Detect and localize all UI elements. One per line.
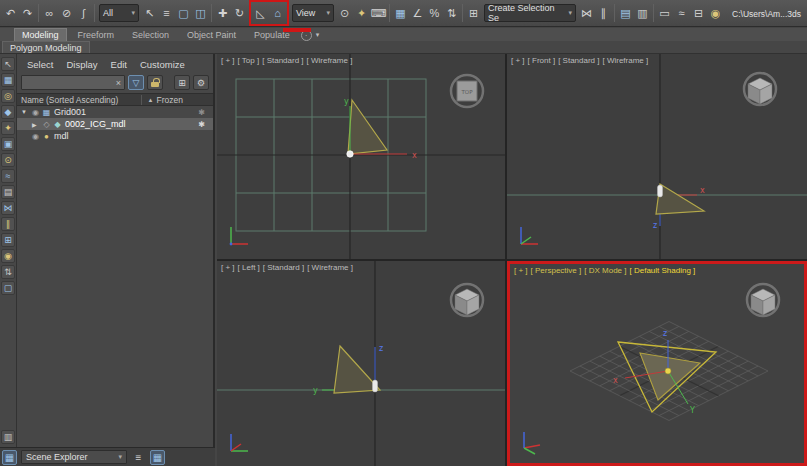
viewport-name[interactable]: [ Perspective ] bbox=[531, 266, 582, 275]
ribbon-toggle-button[interactable]: ▭ bbox=[656, 3, 673, 24]
se-display-shapes-icon[interactable]: ◎ bbox=[1, 89, 15, 103]
expand-arrow-icon[interactable]: ▼ bbox=[21, 109, 30, 115]
viewport-menu[interactable]: [ + ] bbox=[511, 56, 525, 65]
list-item-grid001[interactable]: ▼ ◉ ▦ Grid001 ✱ bbox=[17, 106, 213, 118]
se-display-grids-icon[interactable]: ▦ bbox=[1, 73, 15, 87]
align-button[interactable]: ∥ bbox=[595, 3, 612, 24]
menu-select[interactable]: Select bbox=[27, 59, 53, 70]
selection-filter-dropdown[interactable]: All ▾ bbox=[99, 4, 139, 22]
tab-selection[interactable]: Selection bbox=[125, 28, 176, 41]
reference-coordinate-dropdown[interactable]: View ▾ bbox=[292, 4, 334, 22]
menu-customize[interactable]: Customize bbox=[140, 59, 185, 70]
viewport-menu[interactable]: [ + ] bbox=[514, 266, 528, 275]
top-viewport-canvas[interactable]: x y TOP bbox=[217, 54, 505, 259]
viewport-shading[interactable]: [ Wireframe ] bbox=[602, 56, 648, 65]
viewport-perspective[interactable]: x Y z [ + ] [ Per bbox=[507, 261, 807, 466]
explorer-view-toggle-icon[interactable]: ▦ bbox=[150, 450, 165, 465]
select-and-manipulate-button[interactable]: ✦ bbox=[353, 3, 370, 24]
scene-explorer-toggle-button[interactable]: ▤ bbox=[617, 3, 634, 24]
front-viewport-canvas[interactable]: x z bbox=[507, 54, 807, 259]
se-selection-region-icon[interactable]: ▢ bbox=[1, 281, 15, 295]
spinner-snap-button[interactable]: ⇅ bbox=[443, 3, 460, 24]
menu-edit[interactable]: Edit bbox=[111, 59, 127, 70]
se-display-spacewarps-icon[interactable]: ≈ bbox=[1, 169, 15, 183]
bind-to-space-warp-button[interactable]: ∫ bbox=[75, 3, 92, 24]
viewport-name[interactable]: [ Front ] bbox=[528, 56, 556, 65]
column-frozen-header[interactable]: ▲ Frozen bbox=[141, 95, 183, 105]
viewport-name[interactable]: [ Top ] bbox=[238, 56, 260, 65]
se-display-xrefs-icon[interactable]: ⋈ bbox=[1, 201, 15, 215]
viewcube[interactable]: TOP bbox=[451, 75, 483, 107]
search-input[interactable] bbox=[22, 78, 113, 88]
unlink-selection-button[interactable]: ⊘ bbox=[58, 3, 75, 24]
se-display-groups-icon[interactable]: ▤ bbox=[1, 185, 15, 199]
viewport-type[interactable]: [ Standard ] bbox=[263, 263, 304, 272]
tab-object-paint[interactable]: Object Paint bbox=[180, 28, 243, 41]
collapse-arrow-icon[interactable]: ▶ bbox=[32, 121, 41, 128]
frozen-indicator-icon[interactable]: ✱ bbox=[198, 120, 205, 129]
list-item-0002-icg-mdl[interactable]: ▶ ◇ ◆ 0002_ICG_mdl ✱ bbox=[17, 118, 213, 130]
tab-freeform[interactable]: Freeform bbox=[71, 28, 122, 41]
select-object-button[interactable]: ↖ bbox=[141, 3, 158, 24]
select-by-name-button[interactable]: ≡ bbox=[158, 3, 175, 24]
select-and-link-button[interactable]: ∞ bbox=[41, 3, 58, 24]
window-crossing-button[interactable]: ◫ bbox=[192, 3, 209, 24]
viewcube[interactable] bbox=[451, 284, 483, 316]
schematic-view-button[interactable]: ⊟ bbox=[690, 3, 707, 24]
keyboard-override-button[interactable]: ⌨ bbox=[370, 3, 387, 24]
mirror-button[interactable]: ⋈ bbox=[578, 3, 595, 24]
explorer-settings-button[interactable]: ⚙ bbox=[193, 75, 209, 90]
use-pivot-center-button[interactable]: ⊙ bbox=[336, 3, 353, 24]
select-and-scale-button[interactable]: ◺ bbox=[252, 3, 269, 24]
edit-selection-sets-button[interactable]: ⊞ bbox=[465, 3, 482, 24]
clear-search-icon[interactable]: × bbox=[113, 78, 124, 88]
se-display-cameras-icon[interactable]: ▣ bbox=[1, 137, 15, 151]
transform-gizmo[interactable] bbox=[658, 185, 663, 197]
se-select-tool-icon[interactable]: ↖ bbox=[1, 57, 15, 71]
column-name-header[interactable]: Name (Sorted Ascending) bbox=[21, 95, 118, 105]
se-display-lights-icon[interactable]: ✦ bbox=[1, 121, 15, 135]
curve-editor-button[interactable]: ≈ bbox=[673, 3, 690, 24]
filter-button[interactable]: ▽ bbox=[128, 75, 144, 90]
column-chooser-button[interactable]: ⊞ bbox=[174, 75, 190, 90]
named-selection-dropdown[interactable]: Create Selection Se ▾ bbox=[484, 4, 576, 22]
layer-explorer-toggle-button[interactable]: ▥ bbox=[634, 3, 651, 24]
frozen-indicator-icon[interactable]: ✱ bbox=[198, 108, 205, 117]
viewport-type[interactable]: [ Standard ] bbox=[262, 56, 303, 65]
lock-cell-editing-button[interactable] bbox=[147, 75, 163, 90]
viewport-left[interactable]: y z bbox=[217, 261, 505, 466]
se-sort-icon[interactable]: ⇅ bbox=[1, 265, 15, 279]
transform-gizmo[interactable] bbox=[373, 380, 378, 392]
se-display-materials-icon[interactable]: ◉ bbox=[1, 249, 15, 263]
triangle-object[interactable] bbox=[348, 100, 387, 154]
viewport-name[interactable]: [ Left ] bbox=[238, 263, 260, 272]
tab-modeling[interactable]: Modeling bbox=[14, 28, 67, 41]
viewport-shading[interactable]: [ Wireframe ] bbox=[307, 56, 353, 65]
viewport-shading[interactable]: [ Default Shading ] bbox=[630, 266, 696, 275]
visibility-icon[interactable]: ◉ bbox=[30, 132, 41, 141]
se-display-bones-icon[interactable]: ∥ bbox=[1, 217, 15, 231]
viewport-top[interactable]: x y TOP [ + ] [ Top ] [ Standar bbox=[217, 54, 505, 259]
subtab-polygon-modeling[interactable]: Polygon Modeling bbox=[2, 41, 90, 53]
ribbon-minimize-icon[interactable]: ▾ bbox=[316, 28, 320, 41]
se-dock-icon[interactable]: ▥ bbox=[1, 430, 15, 444]
explorer-dock-toggle-icon[interactable]: ▦ bbox=[2, 450, 17, 465]
list-item-mdl[interactable]: ◉ ● mdl bbox=[17, 130, 213, 142]
select-and-move-button[interactable]: ✚ bbox=[214, 3, 231, 24]
viewport-menu[interactable]: [ + ] bbox=[221, 263, 235, 272]
se-display-helpers-icon[interactable]: ⊙ bbox=[1, 153, 15, 167]
left-viewport-canvas[interactable]: y z bbox=[217, 261, 505, 466]
explorer-selector-dropdown[interactable]: Scene Explorer ▾ bbox=[21, 450, 127, 464]
triangle-object[interactable] bbox=[656, 184, 704, 214]
perspective-viewport-canvas[interactable]: x Y z bbox=[510, 264, 804, 463]
angle-snap-button[interactable]: ∠ bbox=[409, 3, 426, 24]
viewcube[interactable] bbox=[747, 284, 779, 316]
select-and-rotate-button[interactable]: ↻ bbox=[231, 3, 248, 24]
select-and-place-button[interactable]: ⌂ bbox=[269, 3, 286, 24]
viewport-menu[interactable]: [ + ] bbox=[221, 56, 235, 65]
percent-snap-button[interactable]: % bbox=[426, 3, 443, 24]
viewport-shading[interactable]: [ Wireframe ] bbox=[307, 263, 353, 272]
visibility-icon[interactable]: ◇ bbox=[41, 120, 52, 129]
rectangular-selection-button[interactable]: ▢ bbox=[175, 3, 192, 24]
viewport-front[interactable]: x z bbox=[507, 54, 807, 259]
